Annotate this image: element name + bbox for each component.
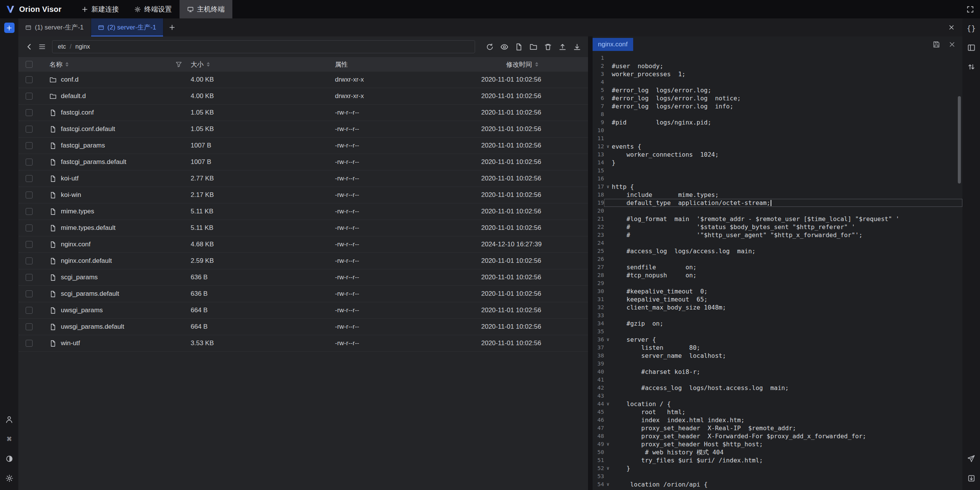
code-line[interactable]: 36 ∨ server { xyxy=(593,336,962,344)
fold-icon[interactable] xyxy=(604,102,612,110)
file-name[interactable]: default.d xyxy=(61,92,86,100)
code-line[interactable]: 8 xyxy=(593,110,962,118)
row-checkbox[interactable] xyxy=(26,307,33,314)
fold-icon[interactable] xyxy=(604,376,612,384)
code-line[interactable]: 5 #error_log logs/error.log; xyxy=(593,86,962,94)
refresh-button[interactable] xyxy=(486,43,494,51)
file-name[interactable]: nginx.conf.default xyxy=(61,257,112,265)
sort-size-icon[interactable] xyxy=(207,62,210,67)
new-tab-button[interactable] xyxy=(163,18,180,36)
fold-icon[interactable] xyxy=(604,432,612,440)
fold-icon[interactable] xyxy=(604,352,612,360)
code-line[interactable]: 13 worker_connections 1024; xyxy=(593,151,962,159)
fold-icon[interactable] xyxy=(604,215,612,223)
code-line[interactable]: 41 xyxy=(593,376,962,384)
breadcrumb-segment[interactable]: nginx xyxy=(75,43,90,50)
settings-button[interactable] xyxy=(4,473,14,483)
row-checkbox[interactable] xyxy=(26,192,33,198)
fold-icon[interactable] xyxy=(604,279,612,287)
theme-button[interactable] xyxy=(4,454,14,464)
fold-icon[interactable] xyxy=(604,239,612,247)
column-header-name[interactable]: 名称 xyxy=(49,60,62,69)
code-line[interactable]: 17 ∨ http { xyxy=(593,183,962,191)
code-line[interactable]: 20 xyxy=(593,207,962,215)
code-line[interactable]: 26 xyxy=(593,255,962,263)
file-name[interactable]: uwsgi_params xyxy=(61,306,103,314)
file-row[interactable]: mime.types 5.11 KB -rw-r--r-- 2020-11-01… xyxy=(18,203,588,220)
menu-item-host-terminal[interactable]: 主机终端 xyxy=(180,0,232,18)
code-line[interactable]: 32 client_max_body_size 1048m; xyxy=(593,303,962,311)
fold-icon[interactable]: ∨ xyxy=(604,336,612,344)
fold-icon[interactable] xyxy=(604,175,612,183)
code-line[interactable]: 4 xyxy=(593,78,962,86)
fold-icon[interactable] xyxy=(604,223,612,231)
code-line[interactable]: 44 ∨ location / { xyxy=(593,400,962,408)
file-row[interactable]: scgi_params.default 636 B -rw-r--r-- 202… xyxy=(18,286,588,302)
row-checkbox[interactable] xyxy=(26,93,33,100)
fold-icon[interactable] xyxy=(604,255,612,263)
code-line[interactable]: 51 try_files $uri $uri/ /index.html; xyxy=(593,456,962,464)
row-checkbox[interactable] xyxy=(26,274,33,281)
file-row[interactable]: fastcgi.conf.default 1.05 KB -rw-r--r-- … xyxy=(18,121,588,138)
row-checkbox[interactable] xyxy=(26,159,33,166)
fold-icon[interactable] xyxy=(604,199,612,207)
file-name[interactable]: scgi_params xyxy=(61,274,98,281)
delete-button[interactable] xyxy=(544,43,552,51)
code-line[interactable]: 43 xyxy=(593,392,962,400)
code-line[interactable]: 42 #access_log logs/host.access.log main… xyxy=(593,384,962,392)
fold-icon[interactable] xyxy=(604,110,612,118)
fold-icon[interactable] xyxy=(604,54,612,62)
file-row[interactable]: scgi_params 636 B -rw-r--r-- 2020-11-01 … xyxy=(18,269,588,286)
keyboard-shortcuts-button[interactable]: ⌘ xyxy=(4,434,14,444)
sort-swap-button[interactable] xyxy=(966,62,976,72)
close-editor-button[interactable] xyxy=(949,41,956,48)
fold-icon[interactable] xyxy=(604,126,612,134)
fold-icon[interactable] xyxy=(604,448,612,456)
variables-braces-button[interactable]: {} xyxy=(966,23,976,33)
code-line[interactable]: 6 #error_log logs/error.log notice; xyxy=(593,94,962,102)
file-name[interactable]: fastcgi_params.default xyxy=(61,158,126,166)
fold-icon[interactable] xyxy=(604,167,612,175)
tab-server-1[interactable]: (1) server-生产-1 xyxy=(18,18,91,36)
file-row[interactable]: default.d 4.00 KB drwxr-xr-x 2020-11-01 … xyxy=(18,88,588,105)
fold-icon[interactable] xyxy=(604,271,612,279)
file-row[interactable]: fastcgi.conf 1.05 KB -rw-r--r-- 2020-11-… xyxy=(18,105,588,121)
fold-icon[interactable]: ∨ xyxy=(604,400,612,408)
code-line[interactable]: 9 #pid logs/nginx.pid; xyxy=(593,118,962,126)
file-name[interactable]: mime.types.default xyxy=(61,224,116,232)
back-button[interactable] xyxy=(25,43,34,51)
row-checkbox[interactable] xyxy=(26,290,33,297)
file-name[interactable]: koi-win xyxy=(61,191,81,199)
fold-icon[interactable] xyxy=(604,424,612,432)
send-command-button[interactable] xyxy=(966,454,976,464)
file-row[interactable]: uwsgi_params 664 B -rw-r--r-- 2020-11-01… xyxy=(18,302,588,319)
row-checkbox[interactable] xyxy=(26,257,33,264)
sort-mtime-icon[interactable] xyxy=(535,62,538,67)
code-line[interactable]: 14 } xyxy=(593,159,962,167)
row-checkbox[interactable] xyxy=(26,109,33,116)
file-name[interactable]: win-utf xyxy=(61,339,80,347)
fold-icon[interactable] xyxy=(604,191,612,199)
code-line[interactable]: 39 xyxy=(593,360,962,368)
code-line[interactable]: 27 sendfile on; xyxy=(593,263,962,271)
row-checkbox[interactable] xyxy=(26,175,33,182)
file-name[interactable]: scgi_params.default xyxy=(61,290,119,298)
code-line[interactable]: 10 xyxy=(593,126,962,134)
breadcrumb[interactable]: etc / nginx xyxy=(52,40,475,53)
fold-icon[interactable] xyxy=(604,287,612,295)
code-line[interactable]: 33 xyxy=(593,311,962,320)
fold-icon[interactable] xyxy=(604,263,612,271)
code-line[interactable]: 11 xyxy=(593,134,962,143)
code-line[interactable]: 16 xyxy=(593,175,962,183)
menu-item-new-connection[interactable]: 新建连接 xyxy=(74,0,127,18)
code-line[interactable]: 21 #log_format main '$remote_addr - $rem… xyxy=(593,215,962,223)
code-line[interactable]: 35 xyxy=(593,328,962,336)
file-row[interactable]: koi-utf 2.77 KB -rw-r--r-- 2020-11-01 10… xyxy=(18,170,588,187)
fold-icon[interactable] xyxy=(604,328,612,336)
file-row[interactable]: nginx.conf 4.68 KB -rw-r--r-- 2024-12-10… xyxy=(18,236,588,253)
panel-divider[interactable] xyxy=(588,36,593,490)
code-line[interactable]: 7 #error_log logs/error.log info; xyxy=(593,102,962,110)
row-checkbox[interactable] xyxy=(26,340,33,347)
fold-icon[interactable] xyxy=(604,320,612,328)
list-view-button[interactable] xyxy=(38,43,46,51)
